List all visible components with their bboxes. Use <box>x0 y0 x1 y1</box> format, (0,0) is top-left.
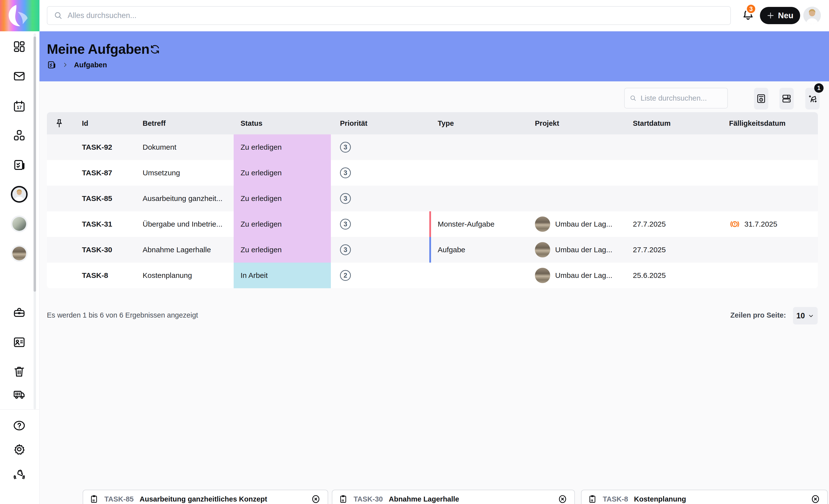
sidebar-item-dashboard[interactable] <box>12 40 26 53</box>
cell-id: TASK-87 <box>81 160 143 186</box>
sidebar-warehouse-avatar[interactable] <box>12 246 26 260</box>
close-icon[interactable] <box>557 494 568 504</box>
sidebar-room-avatar[interactable] <box>12 217 26 231</box>
pushpin-icon <box>54 118 65 129</box>
table-row[interactable]: TASK-8 Kostenplanung In Arbeit 2 Umbau d… <box>47 263 818 288</box>
topbar: 3 Neu <box>39 0 829 31</box>
cell-subject: Umsetzung <box>143 160 233 186</box>
sidebar-user-avatar[interactable] <box>11 186 28 203</box>
breadcrumb-aufgaben[interactable]: Aufgaben <box>74 61 107 69</box>
priority-badge: 2 <box>340 270 351 281</box>
sidebar-item-contacts[interactable] <box>12 335 26 349</box>
page-title: Meine Aufgaben <box>47 41 149 57</box>
list-search[interactable] <box>624 88 728 109</box>
table-row[interactable]: TASK-92 Dokument Zu erledigen 3 <box>47 134 818 160</box>
svg-text:17: 17 <box>17 105 22 110</box>
list-search-input[interactable] <box>641 94 722 102</box>
cell-project: Umbau der Lag... <box>555 245 612 254</box>
page-banner: Meine Aufgaben Aufgaben <box>39 31 829 81</box>
sidebar: 17 <box>0 0 39 504</box>
sidebar-item-calendar[interactable]: 17 <box>12 100 26 113</box>
global-search[interactable] <box>47 6 731 25</box>
briefcase-icon <box>13 306 26 319</box>
table-row[interactable]: TASK-87 Umsetzung Zu erledigen 3 <box>47 160 818 186</box>
sidebar-item-blocks[interactable] <box>12 128 26 142</box>
sidebar-scrollbar-thumb[interactable] <box>34 37 36 292</box>
cell-subject: Ausarbeitung ganzheit... <box>143 186 233 211</box>
priority-badge: 3 <box>340 219 351 230</box>
pin-column-header[interactable] <box>47 112 81 134</box>
column-header-id[interactable]: Id <box>81 112 143 134</box>
tasks-clipboard-icon[interactable] <box>47 60 56 70</box>
sidebar-item-truck[interactable] <box>12 388 26 401</box>
mail-icon <box>13 70 26 83</box>
rows-per-page-select[interactable]: 10 <box>793 307 818 324</box>
sidebar-item-mail[interactable] <box>12 69 26 83</box>
cell-id: TASK-8 <box>81 263 143 288</box>
tasks-clipboard-icon <box>12 158 26 171</box>
chip-task-title: Ausarbeitung ganzheitliches Konzept <box>140 495 267 503</box>
search-icon <box>629 94 637 102</box>
refresh-icon[interactable] <box>149 44 160 55</box>
contact-card-icon <box>13 336 26 349</box>
cell-status: In Arbeit <box>233 263 331 288</box>
type-color-bar <box>429 237 431 263</box>
close-icon[interactable] <box>810 494 821 504</box>
chip-task-id: TASK-30 <box>354 495 383 503</box>
chevron-right-icon <box>62 62 68 68</box>
priority-badge: 3 <box>340 142 351 153</box>
search-icon <box>54 11 63 20</box>
column-header-priority[interactable]: Priorität <box>331 112 429 134</box>
table-row[interactable]: TASK-31 Übergabe und Inbetrie... Zu erle… <box>47 211 818 237</box>
column-header-subject[interactable]: Betreff <box>143 112 233 134</box>
column-header-project[interactable]: Projekt <box>527 112 624 134</box>
cell-start: 27.7.2025 <box>624 237 720 263</box>
cell-status: Zu erledigen <box>233 237 331 263</box>
cell-project: Umbau der Lag... <box>555 220 612 228</box>
app-logo[interactable] <box>0 0 39 31</box>
view-rows-button[interactable] <box>780 88 794 110</box>
global-search-input[interactable] <box>68 11 724 20</box>
card-eye-icon <box>756 93 766 104</box>
close-icon[interactable] <box>311 494 321 504</box>
table-row[interactable]: TASK-30 Abnahme Lagerhalle Zu erledigen … <box>47 237 818 263</box>
sidebar-divider <box>0 409 39 410</box>
cell-type: Monster-Aufgabe <box>438 220 495 228</box>
project-avatar <box>535 217 550 232</box>
sidebar-item-extensions[interactable] <box>12 467 26 481</box>
plus-icon <box>766 11 774 20</box>
cell-id: TASK-85 <box>81 186 143 211</box>
cell-start: 27.7.2025 <box>624 211 720 237</box>
new-button[interactable]: Neu <box>760 7 800 24</box>
cell-status: Zu erledigen <box>233 186 331 211</box>
priority-badge: 3 <box>340 193 351 204</box>
sidebar-item-briefcase[interactable] <box>12 306 26 319</box>
sidebar-item-help[interactable] <box>12 419 26 432</box>
user-avatar[interactable] <box>803 7 821 24</box>
dock-chip[interactable]: TASK-30 Abnahme Lagerhalle <box>332 490 575 504</box>
cell-project: Umbau der Lag... <box>555 271 612 280</box>
dock-chip[interactable]: TASK-85 Ausarbeitung ganzheitliches Konz… <box>83 490 328 504</box>
person-photo-icon <box>803 7 821 24</box>
sidebar-item-settings[interactable] <box>12 442 26 456</box>
column-header-type[interactable]: Type <box>429 112 527 134</box>
gear-icon <box>13 443 26 456</box>
column-header-due[interactable]: Fälligkeitsdatum <box>720 112 818 134</box>
chip-task-title: Abnahme Lagerhalle <box>389 495 459 503</box>
sidebar-item-trash[interactable] <box>12 365 26 379</box>
hands-puzzle-icon <box>13 467 26 480</box>
table-header-row: Id Betreff Status Priorität Type Projekt… <box>47 112 818 134</box>
column-header-status[interactable]: Status <box>233 112 331 134</box>
results-count-text: Es werden 1 bis 6 von 6 Ergebnissen ange… <box>47 311 198 319</box>
project-avatar <box>535 268 550 283</box>
table-row[interactable]: TASK-85 Ausarbeitung ganzheit... Zu erle… <box>47 186 818 211</box>
cell-subject: Dokument <box>143 134 233 160</box>
dock-chip[interactable]: TASK-8 Kostenplanung <box>581 490 828 504</box>
cell-start: 25.6.2025 <box>624 263 720 288</box>
sidebar-item-tasks[interactable] <box>12 158 26 172</box>
column-header-start[interactable]: Startdatum <box>624 112 720 134</box>
chip-task-id: TASK-85 <box>104 495 134 503</box>
notification-badge: 3 <box>746 3 756 14</box>
view-card-button[interactable] <box>754 88 768 110</box>
priority-badge: 3 <box>340 244 351 255</box>
